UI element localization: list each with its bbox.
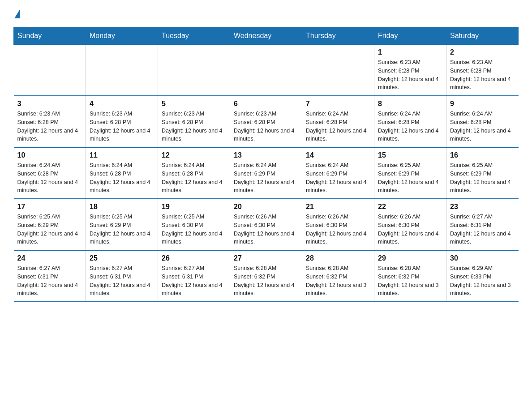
logo-triangle-icon bbox=[14, 9, 20, 18]
calendar-cell: 20Sunrise: 6:26 AMSunset: 6:30 PMDayligh… bbox=[230, 199, 302, 250]
calendar-cell: 22Sunrise: 6:26 AMSunset: 6:30 PMDayligh… bbox=[374, 199, 446, 250]
calendar-cell: 8Sunrise: 6:24 AMSunset: 6:28 PMDaylight… bbox=[374, 96, 446, 147]
day-info: Sunrise: 6:23 AMSunset: 6:28 PMDaylight:… bbox=[17, 110, 82, 143]
day-info: Sunrise: 6:26 AMSunset: 6:30 PMDaylight:… bbox=[306, 213, 370, 246]
calendar-cell: 2Sunrise: 6:23 AMSunset: 6:28 PMDaylight… bbox=[446, 45, 519, 96]
day-number: 16 bbox=[450, 151, 515, 159]
calendar-cell: 9Sunrise: 6:24 AMSunset: 6:28 PMDaylight… bbox=[446, 96, 519, 147]
day-number: 11 bbox=[90, 151, 154, 159]
day-info: Sunrise: 6:27 AMSunset: 6:31 PMDaylight:… bbox=[17, 264, 82, 298]
calendar-cell: 12Sunrise: 6:24 AMSunset: 6:28 PMDayligh… bbox=[158, 147, 230, 199]
calendar-week-row: 17Sunrise: 6:25 AMSunset: 6:29 PMDayligh… bbox=[14, 199, 519, 250]
day-info: Sunrise: 6:25 AMSunset: 6:29 PMDaylight:… bbox=[378, 161, 442, 195]
calendar-cell: 23Sunrise: 6:27 AMSunset: 6:31 PMDayligh… bbox=[446, 199, 519, 250]
calendar-cell: 11Sunrise: 6:24 AMSunset: 6:28 PMDayligh… bbox=[86, 147, 158, 199]
calendar-week-row: 3Sunrise: 6:23 AMSunset: 6:28 PMDaylight… bbox=[14, 96, 519, 147]
calendar-cell: 24Sunrise: 6:27 AMSunset: 6:31 PMDayligh… bbox=[14, 250, 86, 302]
calendar-body: 1Sunrise: 6:23 AMSunset: 6:28 PMDaylight… bbox=[14, 45, 519, 302]
calendar-cell: 27Sunrise: 6:28 AMSunset: 6:32 PMDayligh… bbox=[230, 250, 302, 302]
calendar-cell: 29Sunrise: 6:28 AMSunset: 6:32 PMDayligh… bbox=[374, 250, 446, 302]
weekday-header-thursday: Thursday bbox=[302, 27, 374, 45]
weekday-header-sunday: Sunday bbox=[14, 27, 86, 45]
calendar-cell bbox=[230, 45, 302, 96]
day-info: Sunrise: 6:25 AMSunset: 6:30 PMDaylight:… bbox=[162, 213, 226, 246]
day-info: Sunrise: 6:24 AMSunset: 6:29 PMDaylight:… bbox=[306, 161, 370, 195]
day-number: 10 bbox=[17, 151, 82, 159]
day-number: 14 bbox=[306, 151, 370, 159]
day-number: 30 bbox=[450, 254, 515, 262]
day-info: Sunrise: 6:27 AMSunset: 6:31 PMDaylight:… bbox=[162, 264, 226, 298]
day-number: 17 bbox=[17, 203, 82, 211]
calendar-cell: 19Sunrise: 6:25 AMSunset: 6:30 PMDayligh… bbox=[158, 199, 230, 250]
day-number: 15 bbox=[378, 151, 442, 159]
day-number: 6 bbox=[234, 100, 298, 108]
calendar-cell: 26Sunrise: 6:27 AMSunset: 6:31 PMDayligh… bbox=[158, 250, 230, 302]
calendar-cell: 30Sunrise: 6:29 AMSunset: 6:33 PMDayligh… bbox=[446, 250, 519, 302]
day-number: 27 bbox=[234, 254, 298, 262]
day-info: Sunrise: 6:24 AMSunset: 6:28 PMDaylight:… bbox=[162, 161, 226, 195]
calendar-cell bbox=[158, 45, 230, 96]
day-info: Sunrise: 6:24 AMSunset: 6:28 PMDaylight:… bbox=[378, 110, 442, 143]
calendar-header: SundayMondayTuesdayWednesdayThursdayFrid… bbox=[14, 27, 519, 45]
weekday-header-tuesday: Tuesday bbox=[158, 27, 230, 45]
day-number: 7 bbox=[306, 100, 370, 108]
calendar-cell: 10Sunrise: 6:24 AMSunset: 6:28 PMDayligh… bbox=[14, 147, 86, 199]
day-number: 28 bbox=[306, 254, 370, 262]
calendar-cell bbox=[86, 45, 158, 96]
day-info: Sunrise: 6:23 AMSunset: 6:28 PMDaylight:… bbox=[90, 110, 154, 143]
day-number: 1 bbox=[378, 48, 442, 56]
day-number: 5 bbox=[162, 100, 226, 108]
calendar-cell bbox=[302, 45, 374, 96]
day-number: 19 bbox=[162, 203, 226, 211]
day-info: Sunrise: 6:29 AMSunset: 6:33 PMDaylight:… bbox=[450, 264, 515, 298]
calendar-cell: 17Sunrise: 6:25 AMSunset: 6:29 PMDayligh… bbox=[14, 199, 86, 250]
day-info: Sunrise: 6:28 AMSunset: 6:32 PMDaylight:… bbox=[234, 264, 298, 298]
calendar-cell: 5Sunrise: 6:23 AMSunset: 6:28 PMDaylight… bbox=[158, 96, 230, 147]
calendar-cell: 28Sunrise: 6:28 AMSunset: 6:32 PMDayligh… bbox=[302, 250, 374, 302]
day-info: Sunrise: 6:23 AMSunset: 6:28 PMDaylight:… bbox=[378, 58, 442, 92]
calendar-week-row: 24Sunrise: 6:27 AMSunset: 6:31 PMDayligh… bbox=[14, 250, 519, 302]
day-number: 20 bbox=[234, 203, 298, 211]
calendar-cell: 16Sunrise: 6:25 AMSunset: 6:29 PMDayligh… bbox=[446, 147, 519, 199]
day-info: Sunrise: 6:27 AMSunset: 6:31 PMDaylight:… bbox=[450, 213, 515, 246]
calendar-cell: 25Sunrise: 6:27 AMSunset: 6:31 PMDayligh… bbox=[86, 250, 158, 302]
day-number: 22 bbox=[378, 203, 442, 211]
calendar-cell: 21Sunrise: 6:26 AMSunset: 6:30 PMDayligh… bbox=[302, 199, 374, 250]
day-number: 29 bbox=[378, 254, 442, 262]
calendar-cell: 6Sunrise: 6:23 AMSunset: 6:28 PMDaylight… bbox=[230, 96, 302, 147]
calendar-week-row: 10Sunrise: 6:24 AMSunset: 6:28 PMDayligh… bbox=[14, 147, 519, 199]
day-info: Sunrise: 6:26 AMSunset: 6:30 PMDaylight:… bbox=[234, 213, 298, 246]
day-info: Sunrise: 6:25 AMSunset: 6:29 PMDaylight:… bbox=[450, 161, 515, 195]
day-number: 24 bbox=[17, 254, 82, 262]
calendar-cell: 1Sunrise: 6:23 AMSunset: 6:28 PMDaylight… bbox=[374, 45, 446, 96]
day-info: Sunrise: 6:25 AMSunset: 6:29 PMDaylight:… bbox=[90, 213, 154, 246]
calendar-week-row: 1Sunrise: 6:23 AMSunset: 6:28 PMDaylight… bbox=[14, 45, 519, 96]
day-info: Sunrise: 6:25 AMSunset: 6:29 PMDaylight:… bbox=[17, 213, 82, 246]
calendar-cell: 13Sunrise: 6:24 AMSunset: 6:29 PMDayligh… bbox=[230, 147, 302, 199]
day-number: 3 bbox=[17, 100, 82, 108]
calendar-cell: 15Sunrise: 6:25 AMSunset: 6:29 PMDayligh… bbox=[374, 147, 446, 199]
day-info: Sunrise: 6:24 AMSunset: 6:28 PMDaylight:… bbox=[90, 161, 154, 195]
calendar-cell bbox=[14, 45, 86, 96]
calendar-cell: 18Sunrise: 6:25 AMSunset: 6:29 PMDayligh… bbox=[86, 199, 158, 250]
day-number: 2 bbox=[450, 48, 515, 56]
day-number: 12 bbox=[162, 151, 226, 159]
calendar-table: SundayMondayTuesdayWednesdayThursdayFrid… bbox=[13, 27, 519, 302]
calendar-cell: 7Sunrise: 6:24 AMSunset: 6:28 PMDaylight… bbox=[302, 96, 374, 147]
day-info: Sunrise: 6:24 AMSunset: 6:28 PMDaylight:… bbox=[306, 110, 370, 143]
day-info: Sunrise: 6:28 AMSunset: 6:32 PMDaylight:… bbox=[306, 264, 370, 298]
day-info: Sunrise: 6:27 AMSunset: 6:31 PMDaylight:… bbox=[90, 264, 154, 298]
day-info: Sunrise: 6:24 AMSunset: 6:28 PMDaylight:… bbox=[17, 161, 82, 195]
day-info: Sunrise: 6:23 AMSunset: 6:28 PMDaylight:… bbox=[450, 58, 515, 92]
weekday-header-friday: Friday bbox=[374, 27, 446, 45]
day-info: Sunrise: 6:23 AMSunset: 6:28 PMDaylight:… bbox=[234, 110, 298, 143]
day-info: Sunrise: 6:24 AMSunset: 6:28 PMDaylight:… bbox=[450, 110, 515, 143]
day-number: 26 bbox=[162, 254, 226, 262]
day-number: 9 bbox=[450, 100, 515, 108]
page-header bbox=[13, 9, 519, 19]
weekday-header-monday: Monday bbox=[86, 27, 158, 45]
day-number: 8 bbox=[378, 100, 442, 108]
calendar-cell: 4Sunrise: 6:23 AMSunset: 6:28 PMDaylight… bbox=[86, 96, 158, 147]
logo bbox=[13, 9, 20, 19]
day-info: Sunrise: 6:23 AMSunset: 6:28 PMDaylight:… bbox=[162, 110, 226, 143]
